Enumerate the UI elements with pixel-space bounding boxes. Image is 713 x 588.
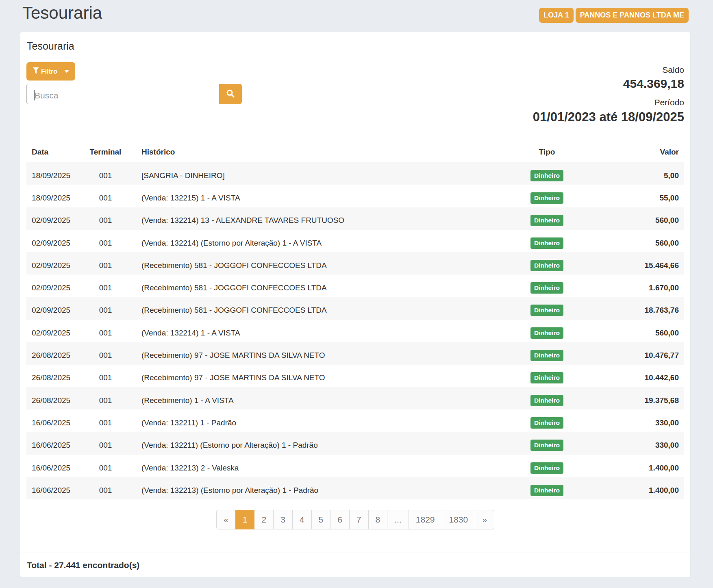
cell-valor: 5,00	[588, 162, 684, 185]
cell-historico: (Venda: 132214) 13 - ALEXANDRE TAVARES F…	[132, 207, 506, 230]
pagination-item[interactable]: 6	[330, 510, 350, 529]
pagination-item[interactable]: 5	[312, 510, 331, 529]
cell-historico: (Recebimento) 97 - JOSE MARTINS DA SILVA…	[132, 365, 506, 387]
cell-terminal: 001	[79, 477, 132, 499]
tipo-badge: Dinheiro	[530, 260, 563, 271]
cell-data: 02/09/2025	[26, 230, 79, 252]
table-row[interactable]: 26/08/2025 001 (Recebimento) 97 - JOSE M…	[26, 365, 684, 387]
pagination-item[interactable]: 4	[293, 510, 312, 529]
tipo-badge: Dinheiro	[530, 417, 563, 429]
table-row[interactable]: 16/06/2025 001 (Venda: 132213) 2 - Vales…	[26, 455, 684, 477]
pagination: « 1 2 3 4 5 6 7 8 ... 1829 1830 »	[216, 510, 494, 529]
table-row[interactable]: 16/06/2025 001 (Venda: 132213) (Estorno …	[26, 477, 684, 499]
saldo-value: 454.369,18	[533, 76, 684, 91]
table-row[interactable]: 02/09/2025 001 (Recebimento) 581 - JOGGO…	[26, 274, 684, 297]
filter-icon	[33, 67, 39, 76]
table-row[interactable]: 26/08/2025 001 (Recebimento) 1 - A VISTA…	[26, 387, 684, 409]
cell-terminal: 001	[79, 162, 132, 185]
table-row[interactable]: 02/09/2025 001 (Recebimento) 581 - JOGGO…	[26, 297, 684, 320]
table-row[interactable]: 02/09/2025 001 (Venda: 132214) (Estorno …	[26, 230, 684, 252]
cell-tipo: Dinheiro	[506, 320, 588, 342]
cell-terminal: 001	[79, 409, 132, 432]
cell-valor: 10.442,60	[588, 365, 684, 387]
cell-valor: 1.400,00	[588, 477, 684, 499]
tipo-badge: Dinheiro	[530, 327, 563, 339]
pagination-item[interactable]: 3	[274, 510, 293, 529]
column-header-terminal: Terminal	[79, 140, 132, 162]
pagination-item[interactable]: 2	[254, 510, 274, 529]
cell-valor: 330,00	[588, 432, 684, 455]
cell-valor: 19.375,68	[588, 387, 684, 409]
cell-tipo: Dinheiro	[506, 207, 588, 230]
filter-button-label: Filtro	[41, 68, 57, 75]
saldo-label: Saldo	[533, 65, 684, 75]
cell-valor: 15.464,66	[588, 252, 684, 274]
column-header-historico: Histórico	[132, 140, 506, 162]
cell-data: 18/09/2025	[26, 185, 79, 207]
table-row[interactable]: 16/06/2025 001 (Venda: 132211) 1 - Padrã…	[26, 409, 684, 432]
cell-data: 02/09/2025	[26, 207, 79, 230]
tipo-badge: Dinheiro	[530, 192, 563, 204]
cell-terminal: 001	[79, 320, 132, 342]
panel-footer: Total - 27.441 encontrado(s)	[20, 553, 690, 577]
panel-body: Filtro Saldo 454.369,18	[20, 56, 690, 536]
table-row[interactable]: 16/06/2025 001 (Venda: 132211) (Estorno …	[26, 432, 684, 455]
table-row[interactable]: 18/09/2025 001 [SANGRIA - DINHEIRO] Dinh…	[26, 162, 684, 185]
pagination-item[interactable]: 1830	[442, 510, 476, 529]
cell-data: 02/09/2025	[26, 252, 79, 274]
table-row[interactable]: 02/09/2025 001 (Venda: 132214) 1 - A VIS…	[26, 320, 684, 342]
tipo-badge: Dinheiro	[530, 372, 563, 383]
table-row[interactable]: 26/08/2025 001 (Recebimento) 97 - JOSE M…	[26, 342, 684, 364]
table-row[interactable]: 02/09/2025 001 (Venda: 132214) 13 - ALEX…	[26, 207, 684, 230]
cell-valor: 330,00	[588, 409, 684, 432]
table-row[interactable]: 02/09/2025 001 (Recebimento) 581 - JOGGO…	[26, 252, 684, 274]
tipo-badge: Dinheiro	[530, 395, 563, 406]
tipo-badge: Dinheiro	[530, 282, 563, 294]
store-button[interactable]: LOJA 1	[539, 8, 573, 23]
filter-button[interactable]: Filtro	[26, 62, 75, 81]
cell-data: 16/06/2025	[26, 477, 79, 499]
tipo-badge: Dinheiro	[530, 350, 563, 361]
cell-tipo: Dinheiro	[506, 387, 588, 409]
search-button[interactable]	[219, 84, 242, 104]
pagination-item[interactable]: 7	[350, 510, 369, 529]
cell-valor: 560,00	[588, 230, 684, 252]
cell-valor: 560,00	[588, 207, 684, 230]
pagination-item[interactable]: 1829	[409, 510, 442, 529]
tipo-badge: Dinheiro	[530, 170, 563, 181]
cell-historico: (Venda: 132211) 1 - Padrão	[132, 409, 506, 432]
cell-tipo: Dinheiro	[506, 455, 588, 477]
cell-data: 16/06/2025	[26, 409, 79, 432]
table-row[interactable]: 18/09/2025 001 (Venda: 132215) 1 - A VIS…	[26, 185, 684, 207]
pagination-item[interactable]: 1	[236, 510, 255, 529]
cell-terminal: 001	[79, 432, 132, 455]
cell-terminal: 001	[79, 207, 132, 230]
page: Tesouraria LOJA 1 PANNOS E PANNOS LTDA M…	[0, 0, 713, 588]
pagination-item[interactable]: »	[475, 510, 494, 529]
cell-terminal: 001	[79, 455, 132, 477]
pagination-item[interactable]: ...	[387, 510, 409, 529]
cell-tipo: Dinheiro	[506, 365, 588, 387]
total-count: Total - 27.441 encontrado(s)	[27, 559, 684, 571]
cell-tipo: Dinheiro	[506, 409, 588, 432]
tipo-badge: Dinheiro	[530, 305, 563, 316]
column-header-tipo: Tipo	[506, 140, 588, 162]
transactions-table: Data Terminal Histórico Tipo Valor 18/09…	[26, 140, 684, 499]
cell-data: 02/09/2025	[26, 274, 79, 297]
cell-terminal: 001	[79, 342, 132, 364]
column-header-valor: Valor	[588, 140, 684, 162]
cell-data: 16/06/2025	[26, 455, 79, 477]
cell-terminal: 001	[79, 274, 132, 297]
search-input[interactable]	[26, 84, 219, 104]
cell-historico: (Venda: 132214) 1 - A VISTA	[132, 320, 506, 342]
pagination-item[interactable]: 8	[369, 510, 388, 529]
cell-historico: (Recebimento) 97 - JOSE MARTINS DA SILVA…	[132, 342, 506, 364]
company-button[interactable]: PANNOS E PANNOS LTDA ME	[576, 8, 689, 23]
pagination-row: « 1 2 3 4 5 6 7 8 ... 1829 1830 »	[26, 510, 684, 529]
cell-valor: 55,00	[588, 185, 684, 207]
tipo-badge: Dinheiro	[530, 215, 563, 226]
cell-valor: 18.763,76	[588, 297, 684, 320]
tipo-badge: Dinheiro	[530, 440, 563, 451]
cell-historico: [SANGRIA - DINHEIRO]	[132, 162, 506, 185]
pagination-item[interactable]: «	[216, 510, 236, 529]
